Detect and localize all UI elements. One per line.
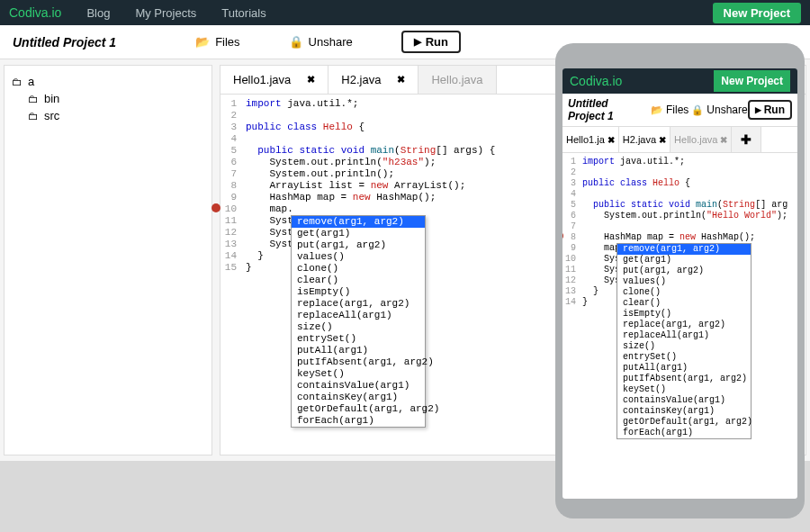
mobile-tab-hello1[interactable]: Hello1.ja✖ bbox=[562, 127, 619, 152]
tab-label: Hello.java bbox=[431, 73, 482, 86]
autocomplete-item[interactable]: containsKey(arg1) bbox=[617, 406, 751, 417]
close-icon[interactable]: ✖ bbox=[307, 74, 315, 86]
tab-label: H2.java bbox=[341, 73, 381, 86]
tab-hello1[interactable]: Hello1.java ✖ bbox=[220, 66, 328, 94]
mobile-files-label[interactable]: Files bbox=[666, 104, 688, 116]
tab-hello[interactable]: Hello.java bbox=[418, 66, 496, 94]
close-icon[interactable]: ✖ bbox=[397, 74, 405, 86]
play-icon: ▶ bbox=[755, 105, 761, 114]
folder-open-icon: 📂 bbox=[195, 35, 210, 49]
close-icon[interactable]: ✖ bbox=[720, 135, 727, 145]
files-label: Files bbox=[215, 35, 239, 49]
mobile-tab-hello[interactable]: Hello.java✖ bbox=[670, 127, 732, 152]
string-literal: "Hello World" bbox=[706, 211, 777, 221]
autocomplete-item[interactable]: isEmpty() bbox=[292, 286, 425, 298]
autocomplete-item[interactable]: getOrDefault(arg1, arg2) bbox=[617, 417, 751, 428]
tree-root[interactable]: 🗀 a bbox=[12, 73, 204, 90]
autocomplete-item[interactable]: put(arg1, arg2) bbox=[292, 239, 425, 251]
mobile-topbar: Codiva.io New Project bbox=[562, 68, 797, 94]
autocomplete-item[interactable]: entrySet() bbox=[617, 352, 751, 363]
tab-label: Hello1.java bbox=[233, 73, 291, 86]
tree-root-label: a bbox=[28, 75, 34, 88]
file-tree: 🗀 a 🗀 bin 🗀 src bbox=[4, 65, 212, 455]
autocomplete-item[interactable]: containsKey(arg1) bbox=[292, 392, 425, 403]
autocomplete-item[interactable]: get(arg1) bbox=[617, 255, 751, 266]
folder-icon: 🗀 bbox=[28, 93, 39, 105]
autocomplete-item[interactable]: forEach(arg1) bbox=[292, 415, 425, 427]
tab-label: Hello.java bbox=[674, 134, 717, 145]
tree-item-bin[interactable]: 🗀 bin bbox=[12, 90, 204, 107]
tab-label: Hello1.ja bbox=[566, 134, 605, 145]
close-icon[interactable]: ✖ bbox=[608, 135, 615, 145]
autocomplete-item[interactable]: getOrDefault(arg1, arg2) bbox=[292, 403, 425, 415]
autocomplete-item[interactable]: isEmpty() bbox=[617, 309, 751, 320]
close-icon[interactable]: ✖ bbox=[659, 135, 666, 145]
mobile-tabs: Hello1.ja✖ H2.java✖ Hello.java✖ ✚ bbox=[562, 127, 797, 153]
mobile-tab-h2[interactable]: H2.java✖ bbox=[619, 127, 670, 152]
tree-item-label: bin bbox=[44, 92, 59, 105]
autocomplete-item[interactable]: size() bbox=[292, 321, 425, 333]
line-gutter: 123456789 10 1112131415 bbox=[220, 95, 240, 274]
mobile-code-area[interactable]: 1234567 8 91011121314 import java.util.*… bbox=[562, 153, 797, 499]
autocomplete-item[interactable]: replaceAll(arg1) bbox=[292, 310, 425, 321]
autocomplete-item[interactable]: putIfAbsent(arg1, arg2) bbox=[617, 374, 751, 384]
error-marker-icon[interactable] bbox=[562, 232, 563, 239]
autocomplete-item[interactable]: containsValue(arg1) bbox=[617, 395, 751, 406]
autocomplete-item[interactable]: remove(arg1, arg2) bbox=[617, 244, 751, 255]
autocomplete-item[interactable]: clear() bbox=[292, 275, 425, 286]
mobile-new-tab-button[interactable]: ✚ bbox=[732, 127, 761, 152]
autocomplete-item[interactable]: clear() bbox=[617, 298, 751, 309]
autocomplete-item[interactable]: putAll(arg1) bbox=[617, 363, 751, 374]
autocomplete-item[interactable]: clone() bbox=[617, 287, 751, 298]
autocomplete-item[interactable]: put(arg1, arg2) bbox=[617, 266, 751, 276]
mobile-brand[interactable]: Codiva.io bbox=[570, 74, 714, 88]
error-marker-icon[interactable] bbox=[212, 203, 220, 212]
autocomplete-item[interactable]: size() bbox=[617, 341, 751, 352]
autocomplete-item[interactable]: putIfAbsent(arg1, arg2) bbox=[292, 356, 425, 368]
mobile-run-button[interactable]: ▶ Run bbox=[748, 100, 792, 120]
mobile-preview-frame: Codiva.io New Project Untitled Project 1… bbox=[555, 43, 805, 518]
brand-logo[interactable]: Codiva.io bbox=[9, 5, 61, 20]
tree-item-label: src bbox=[44, 109, 59, 122]
tab-label: H2.java bbox=[623, 134, 656, 145]
autocomplete-item[interactable]: forEach(arg1) bbox=[617, 428, 751, 438]
mobile-new-project-button[interactable]: New Project bbox=[714, 70, 790, 92]
autocomplete-item[interactable]: remove(arg1, arg2) bbox=[292, 216, 425, 228]
nav-blog[interactable]: Blog bbox=[86, 6, 110, 20]
mobile-run-label: Run bbox=[764, 104, 785, 116]
autocomplete-item[interactable]: clone() bbox=[292, 263, 425, 275]
mobile-unshare-label[interactable]: Unshare bbox=[706, 104, 747, 116]
autocomplete-item[interactable]: replaceAll(arg1) bbox=[617, 330, 751, 341]
autocomplete-item[interactable]: values() bbox=[617, 276, 751, 287]
lock-icon[interactable]: 🔒 bbox=[691, 104, 704, 116]
unshare-button[interactable]: 🔒 Unshare bbox=[289, 35, 353, 49]
autocomplete-item[interactable]: get(arg1) bbox=[292, 228, 425, 239]
autocomplete-popup[interactable]: remove(arg1, arg2) get(arg1) put(arg1, a… bbox=[291, 215, 426, 428]
nav-my-projects[interactable]: My Projects bbox=[135, 6, 196, 20]
new-project-button[interactable]: New Project bbox=[713, 3, 801, 23]
nav-tutorials[interactable]: Tutorials bbox=[221, 6, 266, 20]
autocomplete-item[interactable]: keySet() bbox=[617, 384, 751, 395]
folder-icon: 🗀 bbox=[28, 110, 39, 122]
mobile-toolbar: Untitled Project 1 📂 Files 🔒 Unshare ▶ R… bbox=[562, 94, 797, 127]
project-title[interactable]: Untitled Project 1 bbox=[13, 35, 116, 50]
mobile-autocomplete-popup[interactable]: remove(arg1, arg2) get(arg1) put(arg1, a… bbox=[616, 243, 752, 439]
lock-icon: 🔒 bbox=[289, 35, 303, 49]
string-literal: "h23as" bbox=[382, 157, 424, 167]
tree-item-src[interactable]: 🗀 src bbox=[12, 107, 204, 124]
play-icon: ▶ bbox=[414, 36, 421, 48]
autocomplete-item[interactable]: entrySet() bbox=[292, 333, 425, 345]
mobile-gutter: 1234567 8 91011121314 bbox=[562, 153, 579, 499]
autocomplete-item[interactable]: putAll(arg1) bbox=[292, 345, 425, 356]
folder-open-icon[interactable]: 📂 bbox=[651, 104, 663, 116]
mobile-screen: Codiva.io New Project Untitled Project 1… bbox=[562, 68, 797, 499]
autocomplete-item[interactable]: keySet() bbox=[292, 368, 425, 380]
run-button[interactable]: ▶ Run bbox=[401, 31, 461, 53]
tab-h2[interactable]: H2.java ✖ bbox=[328, 66, 418, 94]
mobile-project-title[interactable]: Untitled Project 1 bbox=[568, 97, 644, 122]
autocomplete-item[interactable]: replace(arg1, arg2) bbox=[617, 320, 751, 330]
autocomplete-item[interactable]: values() bbox=[292, 251, 425, 263]
autocomplete-item[interactable]: containsValue(arg1) bbox=[292, 380, 425, 392]
files-button[interactable]: 📂 Files bbox=[195, 35, 239, 49]
autocomplete-item[interactable]: replace(arg1, arg2) bbox=[292, 298, 425, 310]
